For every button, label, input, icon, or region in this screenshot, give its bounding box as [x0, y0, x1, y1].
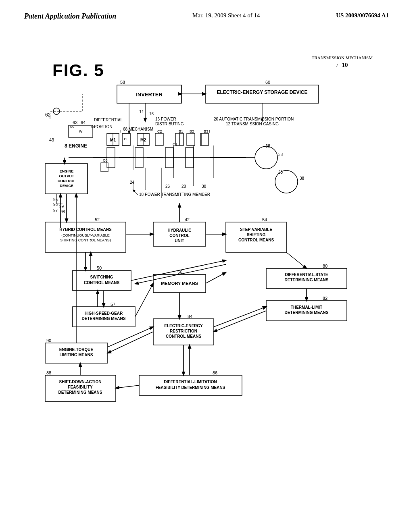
svg-text:16 POWER: 16 POWER: [155, 117, 176, 121]
svg-line-158: [116, 385, 139, 388]
svg-text:(CONTINUOUSLY-VARIABLE: (CONTINUOUSLY-VARIABLE: [61, 233, 109, 237]
svg-text:B3: B3: [204, 129, 208, 133]
svg-text:I: I: [120, 129, 121, 133]
patent-diagram: INVERTER 58 ELECTRIC-ENERGY STORAGE DEVI…: [20, 45, 391, 508]
svg-text:DETERMINING MEANS: DETERMINING MEANS: [58, 390, 102, 395]
svg-text:24: 24: [130, 180, 135, 185]
svg-text:65: 65: [70, 125, 74, 129]
svg-text:SWITCHING: SWITCHING: [90, 275, 113, 279]
svg-text:DISTRIBUTING: DISTRIBUTING: [155, 122, 184, 126]
svg-text:DIFFERENTIAL-LIMITATION: DIFFERENTIAL-LIMITATION: [164, 380, 217, 384]
svg-text:C2: C2: [157, 129, 162, 133]
svg-text:57: 57: [111, 302, 115, 307]
svg-text:54: 54: [262, 217, 267, 222]
svg-text:52: 52: [95, 217, 100, 222]
svg-text:95: 95: [53, 197, 58, 202]
svg-line-78: [133, 190, 138, 195]
svg-text:60: 60: [265, 80, 270, 85]
figure-area: FIG. 5 TRANSMISSION MECHANISM / 10 INVER…: [0, 25, 413, 516]
svg-text:DETERMINING MEANS: DETERMINING MEANS: [285, 310, 329, 315]
svg-line-114: [206, 272, 226, 283]
svg-text:C0: C0: [103, 158, 108, 162]
svg-text:RESTRICTION: RESTRICTION: [170, 329, 197, 333]
svg-text:HYBRID CONTROL MEANS: HYBRID CONTROL MEANS: [59, 227, 112, 232]
svg-text:UNIT: UNIT: [175, 239, 184, 243]
svg-text:84: 84: [188, 314, 192, 319]
svg-text:MEMORY MEANS: MEMORY MEANS: [161, 281, 198, 286]
svg-text:B0: B0: [124, 137, 128, 141]
svg-text:80: 80: [323, 264, 327, 268]
svg-text:W: W: [79, 129, 83, 133]
svg-text:ENGINE: ENGINE: [60, 169, 74, 173]
svg-text:38: 38: [300, 176, 305, 181]
svg-text:98: 98: [60, 210, 65, 214]
svg-text:CONTROL: CONTROL: [58, 179, 76, 183]
svg-text:FEASIBILITY DETERMINING MEANS: FEASIBILITY DETERMINING MEANS: [156, 385, 225, 390]
page-header: Patent Application Publication Mar. 19, …: [0, 0, 413, 25]
svg-rect-37: [155, 133, 163, 145]
svg-line-145: [108, 327, 153, 347]
svg-text:SHIFT-DOWN-ACTION: SHIFT-DOWN-ACTION: [59, 380, 102, 384]
svg-text:ELECTRIC-ENERGY STORAGE DEVICE: ELECTRIC-ENERGY STORAGE DEVICE: [217, 89, 308, 95]
svg-text:FEASIBILITY: FEASIBILITY: [68, 385, 92, 389]
svg-text:63: 63: [73, 120, 77, 125]
svg-text:B2: B2: [190, 129, 194, 133]
svg-text:HIGH-SPEED-GEAR: HIGH-SPEED-GEAR: [85, 311, 123, 316]
svg-text:20 AUTOMATIC TRANSMISSION PORT: 20 AUTOMATIC TRANSMISSION PORTION: [214, 117, 294, 121]
svg-text:CONTROL: CONTROL: [169, 233, 189, 238]
svg-text:50: 50: [97, 266, 102, 270]
svg-text:B1: B1: [179, 129, 183, 133]
svg-text:ENGINE-TORQUE: ENGINE-TORQUE: [59, 347, 94, 352]
publication-title: Patent Application Publication: [24, 12, 116, 21]
patent-number: US 2009/0076694 A1: [336, 12, 389, 19]
svg-text:82: 82: [323, 296, 327, 301]
svg-text:38: 38: [265, 143, 270, 148]
svg-text:CONTROL MEANS: CONTROL MEANS: [84, 281, 119, 285]
svg-text:97: 97: [53, 208, 58, 213]
svg-text:96: 96: [53, 202, 58, 207]
svg-text:30: 30: [202, 184, 206, 189]
svg-text:56: 56: [177, 270, 182, 274]
svg-text:88: 88: [46, 370, 51, 375]
svg-text:86: 86: [213, 370, 217, 375]
svg-line-138: [214, 307, 266, 327]
svg-text:I: I: [209, 129, 210, 133]
svg-text:CONTROL MEANS: CONTROL MEANS: [238, 238, 274, 242]
svg-text:43: 43: [49, 137, 54, 142]
svg-text:SHIFTING: SHIFTING: [247, 233, 266, 237]
svg-text:STEP-VARIABLE: STEP-VARIABLE: [240, 227, 272, 232]
svg-rect-41: [187, 133, 195, 145]
svg-text:DETERMINING MEANS: DETERMINING MEANS: [82, 316, 126, 321]
svg-text:DETERMINING MEANS: DETERMINING MEANS: [285, 278, 329, 282]
svg-text:HYDRAULIC: HYDRAULIC: [168, 228, 192, 233]
svg-line-137: [214, 311, 266, 332]
svg-text:99: 99: [59, 204, 64, 209]
svg-text:28: 28: [181, 184, 186, 189]
svg-text:PORTION: PORTION: [94, 125, 112, 129]
svg-point-66: [255, 146, 277, 169]
svg-text:36: 36: [278, 170, 283, 175]
svg-text:ELECTRIC-ENERGY: ELECTRIC-ENERGY: [164, 324, 203, 328]
svg-text:64: 64: [81, 120, 86, 125]
svg-text:16: 16: [149, 112, 154, 116]
svg-text:11: 11: [139, 109, 144, 114]
svg-text:42: 42: [185, 217, 190, 222]
svg-text:LIMITING MEANS: LIMITING MEANS: [60, 353, 93, 357]
svg-text:DIFFERENTIAL-STATE: DIFFERENTIAL-STATE: [285, 272, 328, 277]
svg-text:26: 26: [165, 184, 170, 189]
svg-text:68 MECHANISM: 68 MECHANISM: [123, 127, 153, 131]
svg-text:12 TRANSMISSION CASING: 12 TRANSMISSION CASING: [226, 122, 279, 126]
svg-text:INVERTER: INVERTER: [136, 91, 163, 98]
svg-text:90: 90: [46, 338, 51, 343]
svg-line-119: [286, 252, 307, 268]
svg-text:SHIFTING CONTROL MEANS): SHIFTING CONTROL MEANS): [60, 238, 111, 242]
svg-rect-97: [226, 222, 286, 252]
svg-line-126: [135, 283, 153, 317]
svg-text:18 POWER TRANSMITTING MEMBER: 18 POWER TRANSMITTING MEMBER: [139, 192, 210, 197]
svg-line-144: [108, 332, 153, 353]
svg-text:DIFFERENTIAL: DIFFERENTIAL: [94, 118, 123, 122]
svg-text:DEVICE: DEVICE: [60, 184, 73, 188]
svg-text:58: 58: [120, 80, 125, 85]
svg-text:CONTROL MEANS: CONTROL MEANS: [166, 334, 201, 339]
svg-text:THERMAL-LIMIT: THERMAL-LIMIT: [291, 305, 322, 310]
